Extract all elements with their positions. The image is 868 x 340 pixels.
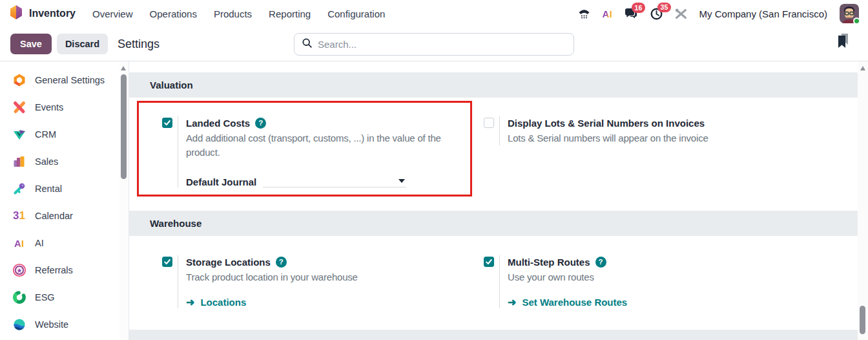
- crm-icon: [12, 127, 26, 142]
- esg-icon: [12, 290, 26, 305]
- app-name: Inventory: [29, 8, 76, 19]
- divider: [499, 116, 500, 145]
- sidebar-item-label: AI: [35, 238, 44, 248]
- sidebar-item-rental[interactable]: Rental: [0, 175, 129, 202]
- top-bar: Inventory Overview Operations Products R…: [0, 0, 868, 27]
- sales-icon: [12, 154, 26, 169]
- section-header-warehouse: Warehouse: [129, 211, 858, 236]
- storage-locations-checkbox[interactable]: [162, 257, 172, 267]
- sidebar-item-esg[interactable]: ESG: [0, 284, 129, 311]
- sidebar-item-crm[interactable]: CRM: [0, 121, 129, 148]
- sidebar-item-label: Referrals: [35, 265, 73, 275]
- setting-label: Display Lots & Serial Numbers on Invoice…: [508, 118, 705, 129]
- section-title: Warehouse: [150, 218, 202, 229]
- sidebar-item-label: Sales: [35, 156, 58, 167]
- sidebar-item-label: Calendar: [35, 211, 73, 221]
- sidebar-item-website[interactable]: Website: [0, 311, 129, 338]
- sidebar-item-sales[interactable]: Sales: [0, 148, 129, 175]
- sidebar-item-label: CRM: [35, 129, 56, 140]
- search-bar[interactable]: [294, 33, 574, 56]
- help-icon[interactable]: ?: [276, 257, 287, 268]
- divider: [178, 116, 178, 187]
- section-header-valuation: Valuation: [129, 72, 858, 98]
- setting-description: Use your own routes: [508, 270, 843, 284]
- setting-label: Multi-Step Routes: [508, 257, 590, 268]
- sidebar-scroll-up-arrow[interactable]: [121, 66, 126, 70]
- nav-overview[interactable]: Overview: [92, 8, 133, 19]
- systray: AI 16 35 My Company (San Francisco): [578, 4, 859, 23]
- main-scroll-thumb[interactable]: [860, 306, 865, 334]
- sidebar-scrollbar[interactable]: [119, 61, 128, 340]
- user-avatar[interactable]: [840, 4, 859, 23]
- sidebar-item-referrals[interactable]: ★ Referrals: [0, 257, 129, 284]
- sidebar-list: General Settings Events: [0, 61, 129, 338]
- save-button[interactable]: Save: [10, 34, 52, 54]
- activities-clock-icon[interactable]: 35: [650, 8, 663, 20]
- developer-tools-icon[interactable]: [675, 8, 687, 19]
- nav-operations[interactable]: Operations: [150, 8, 197, 19]
- arrow-right-icon: ➜: [508, 296, 516, 308]
- referrals-icon: ★: [12, 263, 26, 278]
- help-icon[interactable]: ?: [255, 118, 266, 129]
- events-icon: [12, 100, 26, 115]
- calendar-icon: 31: [12, 209, 26, 224]
- chevron-down-icon: [398, 179, 405, 183]
- setting-storage-locations: Storage Locations ? Track product locati…: [162, 255, 468, 308]
- display-lots-checkbox[interactable]: [484, 118, 494, 128]
- default-journal-row: Default Journal: [186, 174, 468, 187]
- setting-label: Storage Locations: [186, 257, 271, 268]
- search-icon: [302, 38, 312, 50]
- nav-reporting[interactable]: Reporting: [269, 8, 311, 19]
- voip-phone-icon[interactable]: [578, 8, 590, 19]
- bookmark-favorites-icon[interactable]: [836, 33, 850, 51]
- sidebar-item-general-settings[interactable]: General Settings: [0, 67, 129, 94]
- settings-main: Valuation Landed Costs ? Add additional …: [129, 61, 868, 340]
- default-journal-select[interactable]: [263, 174, 406, 187]
- discard-button[interactable]: Discard: [57, 34, 108, 54]
- help-icon[interactable]: ?: [595, 257, 606, 268]
- sidebar-item-events[interactable]: Events: [0, 94, 129, 121]
- link-label: Set Warehouse Routes: [522, 297, 627, 308]
- divider: [178, 255, 178, 308]
- setting-label: Landed Costs: [186, 118, 250, 129]
- main-scroll-up-arrow[interactable]: [860, 66, 865, 70]
- default-journal-label: Default Journal: [186, 176, 256, 187]
- search-input[interactable]: [318, 39, 566, 50]
- app-menu-toggle[interactable]: Inventory: [9, 5, 76, 23]
- content: General Settings Events: [0, 61, 868, 340]
- messages-count-badge: 16: [632, 3, 646, 13]
- sidebar-item-label: Events: [35, 102, 63, 112]
- online-status-dot: [853, 17, 860, 25]
- website-icon: [12, 317, 26, 332]
- setting-multi-step-routes: Multi-Step Routes ? Use your own routes …: [484, 255, 843, 308]
- messages-icon[interactable]: 16: [625, 8, 638, 19]
- divider: [499, 255, 500, 308]
- inventory-app-icon: [9, 5, 23, 23]
- sidebar-item-label: Website: [35, 319, 68, 330]
- sidebar-item-label: General Settings: [35, 75, 105, 85]
- setting-description: Add additional cost (transport, customs,…: [186, 131, 468, 160]
- sidebar-item-ai[interactable]: AI AI: [0, 229, 129, 257]
- landed-costs-checkbox[interactable]: [162, 118, 172, 128]
- sidebar-item-calendar[interactable]: 31 Calendar: [0, 202, 129, 229]
- locations-link[interactable]: ➜ Locations: [186, 296, 468, 308]
- setting-landed-costs: Landed Costs ? Add additional cost (tran…: [162, 116, 468, 187]
- set-warehouse-routes-link[interactable]: ➜ Set Warehouse Routes: [508, 296, 843, 308]
- section-title: Valuation: [150, 80, 193, 90]
- star-glyph: ★: [16, 267, 22, 274]
- main-scrollbar[interactable]: [858, 61, 868, 340]
- page-title: Settings: [118, 37, 160, 51]
- setting-description: Track product location in your warehouse: [186, 270, 468, 284]
- setting-display-lots: Display Lots & Serial Numbers on Invoice…: [484, 116, 843, 145]
- activities-count-badge: 35: [657, 3, 672, 13]
- ai-icon: AI: [12, 236, 26, 251]
- multi-step-routes-checkbox[interactable]: [484, 257, 494, 267]
- company-switcher[interactable]: My Company (San Francisco): [699, 8, 827, 19]
- sidebar-scroll-thumb[interactable]: [121, 74, 127, 179]
- sidebar-item-label: ESG: [35, 292, 55, 303]
- main-nav: Overview Operations Products Reporting C…: [92, 8, 385, 19]
- nav-products[interactable]: Products: [214, 8, 252, 19]
- ai-systray-icon[interactable]: AI: [603, 8, 612, 19]
- nav-configuration[interactable]: Configuration: [327, 8, 385, 19]
- arrow-right-icon: ➜: [186, 296, 194, 308]
